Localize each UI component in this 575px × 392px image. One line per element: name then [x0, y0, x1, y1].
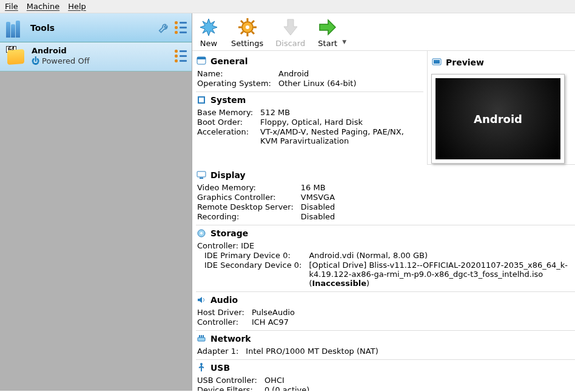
section-preview[interactable]: Preview — [431, 55, 571, 70]
section-audio[interactable]: Audio — [196, 291, 575, 308]
system-mem-k: Base Memory: — [197, 108, 253, 117]
section-display[interactable]: Display — [196, 167, 575, 183]
system-acc-v: VT-x/AMD-V, Nested Paging, PAE/NX, KVM P… — [260, 127, 420, 145]
svg-point-19 — [200, 232, 203, 234]
svg-line-7 — [252, 32, 254, 34]
svg-rect-20 — [198, 337, 205, 341]
storage-p0-k: IDE Primary Device 0: — [197, 251, 301, 260]
display-rds-k: Remote Desktop Server: — [197, 202, 294, 211]
svg-rect-23 — [203, 335, 204, 337]
display-rec-v: Disabled — [301, 212, 571, 221]
general-icon — [196, 56, 207, 67]
preview-screen-text: Android — [435, 78, 560, 159]
svg-point-1 — [246, 25, 249, 29]
tools-item[interactable]: Tools — [0, 13, 192, 42]
section-network[interactable]: Network — [196, 330, 575, 347]
audio-ctl-v: ICH AC97 — [252, 317, 571, 327]
system-boot-k: Boot Order: — [197, 118, 253, 127]
audio-drv-k: Host Driver: — [197, 308, 244, 317]
usb-ctl-k: USB Controller: — [197, 376, 257, 385]
svg-point-24 — [200, 363, 203, 365]
display-gfx-v: VMSVGA — [301, 193, 571, 202]
display-vmem-k: Video Memory: — [197, 183, 294, 192]
svg-rect-16 — [197, 171, 206, 177]
network-a1-v: Intel PRO/1000 MT Desktop (NAT) — [246, 347, 571, 356]
vm-list-item[interactable]: 64 Android ⏻ Powered Off — [0, 42, 192, 71]
display-gfx-k: Graphics Controller: — [197, 193, 294, 202]
svg-line-9 — [252, 21, 254, 23]
vm-os-icon: 64 — [6, 46, 25, 65]
usb-icon — [196, 362, 207, 373]
preview-pane: Preview Android — [427, 51, 575, 165]
chevron-down-icon[interactable]: ▼ — [342, 39, 346, 45]
svg-line-8 — [241, 32, 243, 34]
storage-controller: Controller: IDE — [197, 241, 571, 250]
sidebar: Tools 64 Android ⏻ Powered Off — [0, 13, 192, 391]
system-acc-k: Acceleration: — [197, 127, 253, 145]
section-storage[interactable]: Storage — [196, 225, 575, 241]
system-boot-v: Floppy, Optical, Hard Disk — [260, 118, 420, 127]
audio-ctl-k: Controller: — [197, 317, 244, 327]
vm-state-text: Powered Off — [42, 56, 90, 65]
display-icon — [196, 170, 207, 181]
starburst-icon — [198, 17, 219, 38]
usb-ctl-v: OHCI — [264, 376, 571, 385]
audio-icon — [196, 294, 207, 305]
preview-thumbnail[interactable]: Android — [431, 74, 565, 164]
general-name-v: Android — [278, 69, 420, 78]
svg-rect-11 — [197, 57, 206, 59]
menubar: File Machine Help — [0, 0, 575, 13]
vm-name: Android — [32, 46, 90, 55]
usb-flt-k: Device Filters: — [197, 385, 257, 391]
storage-p0-v: Android.vdi (Normal, 8.00 GB) — [309, 251, 571, 260]
tools-icon — [6, 18, 25, 38]
start-arrow-icon: ▼ — [317, 17, 338, 38]
storage-s0-v: [Optical Drive] Bliss-v11.12--OFFICIAL-2… — [309, 261, 571, 288]
tools-label: Tools — [30, 23, 55, 33]
general-os-v: Other Linux (64-bit) — [278, 79, 420, 88]
settings-button[interactable]: Settings — [231, 17, 263, 48]
svg-rect-21 — [199, 335, 200, 337]
menu-machine[interactable]: Machine — [27, 2, 59, 11]
display-vmem-v: 16 MB — [301, 183, 571, 192]
svg-rect-22 — [201, 335, 202, 337]
general-os-k: Operating System: — [197, 79, 271, 88]
display-rds-v: Disabled — [301, 202, 571, 211]
audio-drv-v: PulseAudio — [252, 308, 571, 317]
network-a1-k: Adapter 1: — [197, 347, 238, 356]
list-menu-icon[interactable] — [175, 21, 187, 34]
system-icon — [196, 95, 207, 105]
section-system[interactable]: System — [196, 91, 423, 108]
general-name-k: Name: — [197, 69, 271, 78]
network-icon — [196, 333, 207, 344]
new-button[interactable]: New — [198, 17, 219, 48]
storage-s0-k: IDE Secondary Device 0: — [197, 261, 301, 288]
svg-rect-13 — [199, 98, 204, 102]
section-general[interactable]: General — [196, 53, 423, 69]
svg-line-6 — [241, 21, 243, 23]
menu-file[interactable]: File — [5, 2, 18, 11]
start-button[interactable]: ▼ Start — [317, 17, 338, 48]
discard-button: Discard — [275, 17, 305, 48]
vm-item-menu-icon[interactable] — [175, 50, 187, 62]
svg-rect-15 — [434, 60, 440, 64]
power-icon: ⏻ — [32, 56, 39, 65]
vm-state: ⏻ Powered Off — [32, 56, 90, 65]
svg-rect-17 — [200, 178, 203, 179]
usb-flt-v: 0 (0 active) — [264, 385, 571, 391]
storage-icon — [196, 228, 207, 239]
gear-icon — [237, 17, 258, 38]
section-usb[interactable]: USB — [196, 359, 575, 376]
menu-help[interactable]: Help — [68, 2, 86, 11]
wrench-icon[interactable] — [158, 21, 171, 35]
system-mem-v: 512 MB — [260, 108, 420, 117]
preview-icon — [431, 57, 442, 68]
display-rec-k: Recording: — [197, 212, 294, 221]
discard-arrow-icon — [280, 17, 301, 38]
toolbar: New Settings Discard ▼ Start — [192, 13, 575, 51]
